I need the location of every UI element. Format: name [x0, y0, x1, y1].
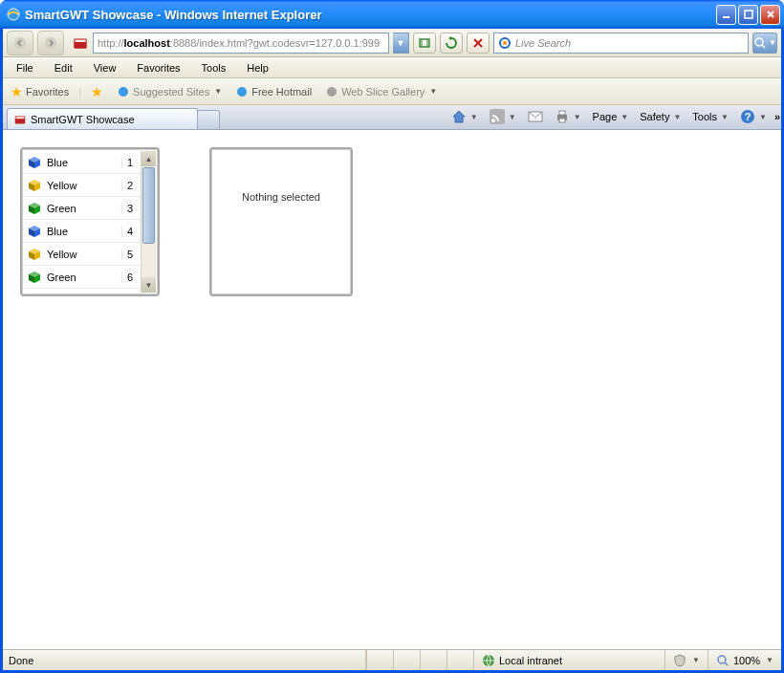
ie-page-icon — [325, 85, 338, 98]
page-menu[interactable]: Page▼ — [589, 109, 633, 124]
menu-edit[interactable]: Edit — [45, 60, 82, 76]
print-button[interactable]: ▼ — [551, 107, 585, 126]
menu-favorites[interactable]: Favorites — [127, 60, 189, 76]
list-item[interactable]: Yellow2 — [24, 174, 141, 197]
rss-icon — [490, 109, 505, 124]
globe-icon — [482, 654, 495, 667]
detail-panel: Nothing selected — [209, 147, 353, 296]
shield-icon — [673, 654, 686, 667]
url-host: localhost — [124, 37, 170, 49]
search-input[interactable]: Live Search — [493, 33, 749, 54]
page-favicon — [72, 34, 89, 52]
list-item-label: Blue — [45, 157, 121, 168]
favorites-button[interactable]: ★Favorites — [7, 82, 73, 101]
svg-point-10 — [755, 38, 763, 46]
url-input[interactable]: http://localhost:8888/index.html?gwt.cod… — [93, 33, 389, 54]
list-item-number: 6 — [121, 271, 141, 283]
overflow-button[interactable]: » — [774, 111, 777, 122]
ie-page-icon — [117, 85, 130, 98]
list-item-number: 4 — [121, 226, 141, 237]
svg-point-11 — [119, 87, 128, 97]
cube-icon — [24, 225, 45, 238]
scroll-thumb[interactable] — [142, 167, 155, 244]
status-bar: Done Local intranet ▼ 100%▼ — [3, 649, 781, 670]
menubar: File Edit View Favorites Tools Help — [3, 57, 781, 78]
svg-rect-1 — [723, 16, 730, 18]
read-mail-button[interactable] — [524, 108, 547, 125]
list-item[interactable]: Blue4 — [24, 220, 141, 243]
feeds-button[interactable]: ▼ — [486, 107, 520, 126]
cube-icon — [24, 179, 45, 192]
list-item-number: 1 — [121, 157, 141, 168]
close-button[interactable] — [760, 5, 780, 25]
status-text: Done — [3, 650, 366, 670]
url-dropdown-button[interactable]: ▼ — [393, 33, 409, 54]
star-icon: ★ — [11, 84, 23, 99]
titlebar[interactable]: SmartGWT Showcase - Windows Internet Exp… — [0, 0, 784, 29]
list-item-number: 3 — [121, 203, 141, 214]
security-zone: Local intranet — [473, 650, 664, 670]
compat-view-button[interactable] — [413, 33, 436, 54]
svg-point-25 — [718, 656, 726, 663]
zoom-control[interactable]: 100%▼ — [708, 650, 781, 670]
ie-page-icon — [235, 85, 249, 98]
protected-mode[interactable]: ▼ — [664, 650, 708, 670]
app-window: SmartGWT Showcase - Windows Internet Exp… — [0, 0, 784, 673]
home-button[interactable]: ▼ — [447, 107, 482, 126]
list-grid: Blue1Yellow2Green3Blue4Yellow5Green6 ▲ ▼ — [20, 147, 160, 296]
list-item[interactable]: Green3 — [24, 197, 141, 220]
tools-menu[interactable]: Tools▼ — [688, 109, 732, 124]
list-item-label: Blue — [45, 226, 121, 237]
browser-chrome: http://localhost:8888/index.html?gwt.cod… — [3, 29, 781, 670]
refresh-button[interactable] — [440, 33, 463, 54]
stop-button[interactable] — [467, 33, 490, 54]
scrollbar[interactable]: ▲ ▼ — [141, 151, 156, 293]
cube-icon — [24, 156, 45, 169]
maximize-button[interactable] — [738, 5, 758, 25]
back-button[interactable] — [7, 31, 33, 55]
fav-suggested-sites[interactable]: Suggested Sites▼ — [113, 83, 226, 100]
menu-file[interactable]: File — [7, 60, 43, 76]
new-tab-button[interactable] — [197, 110, 220, 129]
address-bar: http://localhost:8888/index.html?gwt.cod… — [3, 29, 781, 57]
list-item-label: Yellow — [45, 180, 121, 191]
scroll-up-button[interactable]: ▲ — [142, 151, 156, 166]
tab-bar: SmartGWT Showcase ▼ ▼ ▼ Page▼ Safety▼ To… — [3, 105, 781, 130]
menu-help[interactable]: Help — [237, 60, 278, 76]
list-item-label: Green — [45, 271, 121, 283]
help-icon: ? — [740, 109, 755, 124]
svg-rect-15 — [16, 117, 25, 119]
svg-point-4 — [45, 37, 56, 49]
forward-button[interactable] — [37, 31, 64, 55]
svg-point-3 — [14, 37, 26, 49]
tab-title: SmartGWT Showcase — [31, 114, 135, 125]
search-button[interactable]: ▼ — [752, 33, 777, 54]
fav-free-hotmail[interactable]: Free Hotmail — [231, 83, 316, 100]
minimize-button[interactable] — [716, 5, 736, 25]
page-content: Blue1Yellow2Green3Blue4Yellow5Green6 ▲ ▼… — [3, 130, 781, 649]
safety-menu[interactable]: Safety▼ — [636, 109, 685, 124]
list-item[interactable]: Blue1 — [24, 151, 141, 174]
list-item-label: Green — [45, 203, 121, 214]
list-item[interactable]: Yellow5 — [24, 243, 141, 266]
list-item[interactable]: Green6 — [24, 266, 141, 289]
star-add-icon: ★ — [91, 84, 103, 99]
fav-web-slice[interactable]: Web Slice Gallery▼ — [321, 83, 441, 100]
command-bar: ▼ ▼ ▼ Page▼ Safety▼ Tools▼ ?▼ » — [447, 107, 777, 126]
svg-point-9 — [503, 41, 507, 45]
svg-rect-21 — [559, 119, 565, 122]
bing-icon — [498, 36, 512, 50]
menu-view[interactable]: View — [84, 60, 126, 76]
url-scheme: http:// — [98, 37, 124, 49]
favorites-bar: ★Favorites | ★ Suggested Sites▼ Free Hot… — [3, 78, 781, 105]
menu-tools[interactable]: Tools — [192, 60, 236, 76]
svg-rect-2 — [745, 11, 752, 18]
scroll-down-button[interactable]: ▼ — [142, 277, 156, 293]
cube-icon — [24, 202, 45, 215]
add-favorite-button[interactable]: ★ — [87, 82, 107, 101]
help-button[interactable]: ?▼ — [736, 107, 771, 126]
svg-text:?: ? — [745, 111, 751, 122]
cube-icon — [24, 248, 45, 261]
favorites-label: Favorites — [26, 86, 69, 98]
tab-active[interactable]: SmartGWT Showcase — [7, 108, 198, 129]
